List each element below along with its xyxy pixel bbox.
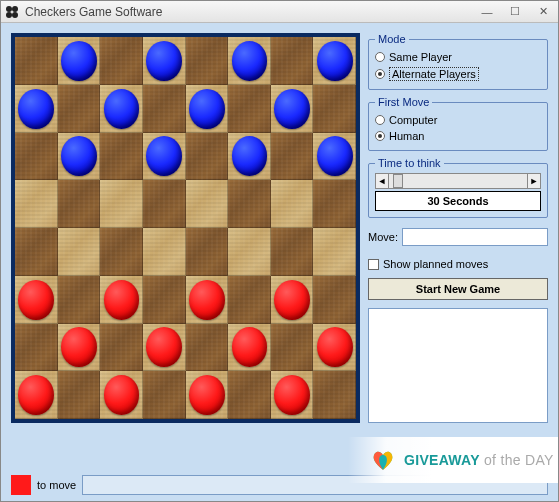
board-square[interactable] [271,85,314,133]
red-piece[interactable] [18,280,54,320]
blue-piece[interactable] [146,136,182,176]
red-piece[interactable] [274,280,310,320]
red-piece[interactable] [104,280,140,320]
time-slider[interactable]: ◄ ► [375,173,541,189]
red-piece[interactable] [18,375,54,415]
board-square[interactable] [186,371,229,419]
board-square[interactable] [15,371,58,419]
board-square[interactable] [313,180,356,228]
board-square[interactable] [143,228,186,276]
board-square[interactable] [271,133,314,181]
board-square[interactable] [271,324,314,372]
red-piece[interactable] [146,327,182,367]
board-square[interactable] [100,276,143,324]
slider-left-button[interactable]: ◄ [375,173,389,189]
board-square[interactable] [100,180,143,228]
red-piece[interactable] [189,280,225,320]
board-square[interactable] [271,371,314,419]
board-square[interactable] [15,180,58,228]
board-square[interactable] [313,228,356,276]
board-square[interactable] [313,37,356,85]
blue-piece[interactable] [146,41,182,81]
red-piece[interactable] [274,375,310,415]
board-square[interactable] [15,85,58,133]
board-square[interactable] [143,180,186,228]
board-square[interactable] [100,85,143,133]
slider-track[interactable] [389,173,527,189]
firstmove-human[interactable]: Human [375,128,541,144]
titlebar[interactable]: Checkers Game Software — ☐ ✕ [1,1,558,23]
board-square[interactable] [228,324,271,372]
board-square[interactable] [228,180,271,228]
board-square[interactable] [313,276,356,324]
board-square[interactable] [186,228,229,276]
board-square[interactable] [228,276,271,324]
board-square[interactable] [58,180,101,228]
board-square[interactable] [313,324,356,372]
board-square[interactable] [58,276,101,324]
board-square[interactable] [228,133,271,181]
board-square[interactable] [15,37,58,85]
board-square[interactable] [100,133,143,181]
slider-right-button[interactable]: ► [527,173,541,189]
board-square[interactable] [15,276,58,324]
blue-piece[interactable] [317,136,353,176]
red-piece[interactable] [61,327,97,367]
blue-piece[interactable] [61,41,97,81]
blue-piece[interactable] [61,136,97,176]
board-square[interactable] [15,133,58,181]
red-piece[interactable] [104,375,140,415]
board-square[interactable] [100,37,143,85]
blue-piece[interactable] [232,136,268,176]
board-square[interactable] [228,85,271,133]
red-piece[interactable] [232,327,268,367]
checkers-board[interactable] [15,37,356,419]
board-square[interactable] [228,371,271,419]
board-square[interactable] [15,324,58,372]
minimize-button[interactable]: — [476,4,498,20]
close-button[interactable]: ✕ [532,4,554,20]
board-square[interactable] [186,180,229,228]
board-square[interactable] [58,228,101,276]
show-planned-row[interactable]: Show planned moves [368,258,548,270]
board-square[interactable] [228,37,271,85]
board-square[interactable] [313,371,356,419]
board-square[interactable] [143,324,186,372]
board-square[interactable] [58,371,101,419]
board-square[interactable] [58,37,101,85]
board-square[interactable] [271,180,314,228]
blue-piece[interactable] [232,41,268,81]
board-square[interactable] [271,37,314,85]
move-input[interactable] [402,228,548,246]
board-square[interactable] [313,85,356,133]
blue-piece[interactable] [189,89,225,129]
blue-piece[interactable] [274,89,310,129]
move-log[interactable] [368,308,548,423]
start-new-game-button[interactable]: Start New Game [368,278,548,300]
board-square[interactable] [143,37,186,85]
board-square[interactable] [100,371,143,419]
board-square[interactable] [186,276,229,324]
red-piece[interactable] [189,375,225,415]
mode-alternate-players[interactable]: Alternate Players [375,65,541,83]
board-square[interactable] [143,371,186,419]
blue-piece[interactable] [18,89,54,129]
board-square[interactable] [58,324,101,372]
blue-piece[interactable] [104,89,140,129]
board-square[interactable] [143,133,186,181]
board-square[interactable] [313,133,356,181]
board-square[interactable] [143,276,186,324]
red-piece[interactable] [317,327,353,367]
board-square[interactable] [100,228,143,276]
board-square[interactable] [186,85,229,133]
mode-same-player[interactable]: Same Player [375,49,541,65]
board-square[interactable] [143,85,186,133]
board-square[interactable] [271,228,314,276]
board-square[interactable] [271,276,314,324]
board-square[interactable] [186,133,229,181]
slider-thumb[interactable] [393,174,403,188]
board-square[interactable] [58,133,101,181]
board-square[interactable] [100,324,143,372]
board-square[interactable] [186,37,229,85]
firstmove-computer[interactable]: Computer [375,112,541,128]
